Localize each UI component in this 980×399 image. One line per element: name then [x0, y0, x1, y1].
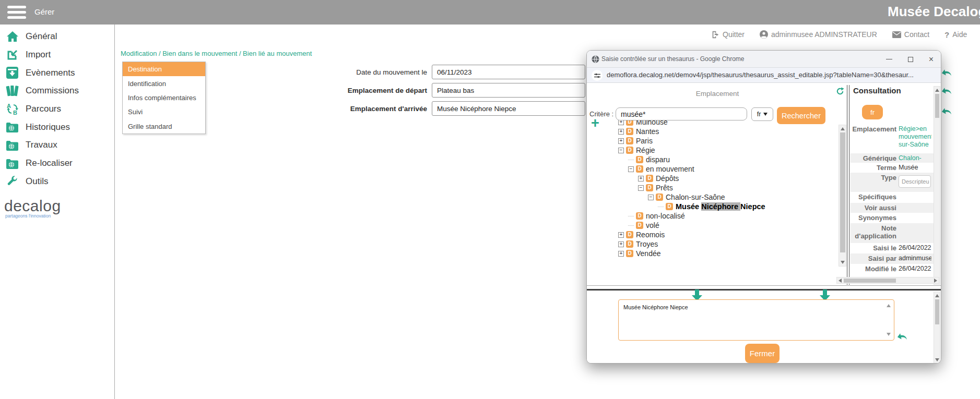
sidebar-item-re-localiser[interactable]: Re-localiser: [5, 154, 110, 173]
quit-link[interactable]: Quitter: [712, 30, 745, 39]
expand-icon[interactable]: +: [618, 241, 624, 247]
current-user-label: adminmusee ADMINSTRATEUR: [771, 30, 877, 39]
form-input-3[interactable]: Musée Nicéphore Niepce: [432, 101, 585, 116]
user-icon: [760, 30, 768, 39]
expand-icon[interactable]: +: [618, 138, 624, 144]
collapse-icon[interactable]: −: [638, 185, 644, 191]
descriptor-icon: D: [636, 212, 643, 220]
tree-node[interactable]: +DReomois: [587, 230, 837, 239]
selected-term-textarea[interactable]: Musée Nicéphore Niepce: [618, 299, 894, 341]
tree-node[interactable]: DMusée Nicéphore Niepce: [587, 202, 837, 211]
close-icon[interactable]: ×: [929, 57, 934, 62]
tree-node[interactable]: −Den mouvement: [587, 164, 837, 174]
descriptor-icon: D: [626, 147, 633, 154]
close-button[interactable]: Fermer: [745, 344, 780, 363]
footer-scrollbar[interactable]: [934, 292, 940, 364]
sidebar-item-outils[interactable]: Outils: [5, 173, 110, 191]
refresh-icon[interactable]: [836, 87, 844, 98]
tree-node[interactable]: Dnon-localisé: [587, 211, 837, 221]
sidebar-item-label: Parcours: [26, 104, 61, 114]
collapse-icon[interactable]: −: [628, 166, 634, 172]
sidebar-item-g-n-ral[interactable]: Général: [5, 28, 110, 46]
consultation-value[interactable]: Régie>en mouvement sur-Saône: [896, 125, 931, 153]
criterion-input[interactable]: musée*: [616, 107, 747, 120]
chrome-globe-icon: [592, 55, 599, 65]
tab-identification[interactable]: Identification: [123, 76, 205, 90]
type-select[interactable]: Descripteu: [899, 175, 931, 188]
descriptor-icon: D: [626, 250, 633, 257]
consultation-h-scrollbar[interactable]: [836, 277, 939, 284]
tree-node[interactable]: +DTroyes: [587, 239, 837, 249]
maximize-icon[interactable]: [908, 57, 913, 62]
consultation-row: Saisi paradminmuse: [850, 253, 934, 264]
undo-icon[interactable]: [940, 85, 953, 98]
sidebar-item-travaux[interactable]: Travaux: [5, 136, 110, 154]
descriptor-icon: D: [636, 165, 643, 173]
tab-destination[interactable]: Destination: [123, 62, 205, 76]
collapse-icon[interactable]: −: [618, 148, 624, 153]
logo-text: decalog: [4, 197, 61, 215]
tree-node[interactable]: Dvolé: [587, 221, 837, 230]
sidebar-item-ev-nements[interactable]: Evènements: [5, 64, 110, 82]
minimize-icon[interactable]: [886, 59, 892, 60]
undo-icon[interactable]: [940, 67, 953, 79]
tree-node[interactable]: −DChalon-sur-Saône: [587, 192, 837, 202]
descriptor-icon: D: [666, 203, 673, 210]
tree-node-label: volé: [646, 221, 659, 229]
search-button[interactable]: Rechercher: [777, 107, 825, 124]
current-user[interactable]: adminmusee ADMINSTRATEUR: [760, 30, 877, 39]
import-icon: [5, 48, 19, 62]
language-select[interactable]: fr: [751, 107, 773, 121]
wrench-icon: [5, 174, 19, 188]
consultation-scrollbar[interactable]: [934, 86, 940, 285]
consultation-label: Synonymes: [850, 214, 896, 223]
descriptor-icon: D: [626, 128, 633, 135]
add-term-icon[interactable]: +: [591, 116, 599, 130]
tree-node-label: en mouvement: [646, 165, 694, 173]
menu-label[interactable]: Gérer: [34, 7, 54, 16]
undo-icon[interactable]: [940, 105, 953, 118]
expand-icon[interactable]: +: [618, 232, 624, 238]
tree-node-label: Musée Nicéphore Niepce: [676, 202, 765, 211]
tab-suivi[interactable]: Suivi: [123, 105, 205, 119]
tree-scrollbar[interactable]: [839, 125, 846, 267]
tree-node[interactable]: +DParis: [587, 136, 837, 146]
mail-icon: [892, 31, 901, 38]
url-bar[interactable]: demoflora.decalog.net/demov4/jsp/thesaur…: [587, 68, 941, 83]
site-settings-icon[interactable]: [592, 70, 603, 81]
consultation-row: Spécifiques: [850, 192, 934, 203]
tree-node[interactable]: Ddisparu: [587, 155, 837, 164]
tree-node[interactable]: −DRégie: [587, 146, 837, 155]
tree-node[interactable]: +DNantes: [587, 127, 837, 136]
tab-grille-standard[interactable]: Grille standard: [123, 119, 205, 134]
tab-infos-compl-mentaires[interactable]: Infos complémentaires: [123, 91, 205, 105]
consultation-value: 26/04/2022: [896, 244, 931, 253]
collapse-icon[interactable]: −: [648, 195, 654, 200]
window-title: Saisie contrôlée sur un thesaurus - Goog…: [601, 55, 744, 63]
sidebar-item-import[interactable]: Import: [5, 46, 110, 64]
tree-node-label: Prêts: [656, 184, 673, 192]
tree-node[interactable]: +DVendée: [587, 249, 837, 258]
tree-node[interactable]: −DPrêts: [587, 183, 837, 192]
tree-node[interactable]: +DDépôts: [587, 174, 837, 183]
consultation-value[interactable]: Chalon-sur-: [896, 154, 931, 163]
tree-connector: [628, 216, 634, 216]
form-input-2[interactable]: Plateau bas: [432, 83, 585, 98]
language-tab-fr[interactable]: fr: [862, 105, 883, 119]
consultation-row: TermeMusée Nicé: [850, 163, 934, 173]
sidebar-item-historiques[interactable]: Historiques: [5, 118, 110, 136]
expand-icon[interactable]: +: [618, 251, 624, 257]
form-input-1[interactable]: 06/11/2023: [432, 65, 585, 79]
sidebar-item-commissions[interactable]: Commissions: [5, 82, 110, 100]
folder-globe-icon: [5, 138, 19, 152]
window-titlebar[interactable]: Saisie contrôlée sur un thesaurus - Goog…: [587, 51, 941, 68]
help-link[interactable]: ?Aide: [944, 30, 967, 39]
sidebar-item-parcours[interactable]: ABParcours: [5, 100, 110, 118]
sidebar-item-label: Evènements: [26, 68, 75, 78]
expand-icon[interactable]: +: [618, 129, 624, 135]
thesaurus-heading: Emplacement: [587, 90, 848, 98]
hamburger-menu-icon[interactable]: [7, 6, 26, 19]
contact-link[interactable]: Contact: [892, 30, 929, 39]
expand-icon[interactable]: +: [638, 176, 644, 182]
undo-icon[interactable]: [896, 331, 908, 343]
